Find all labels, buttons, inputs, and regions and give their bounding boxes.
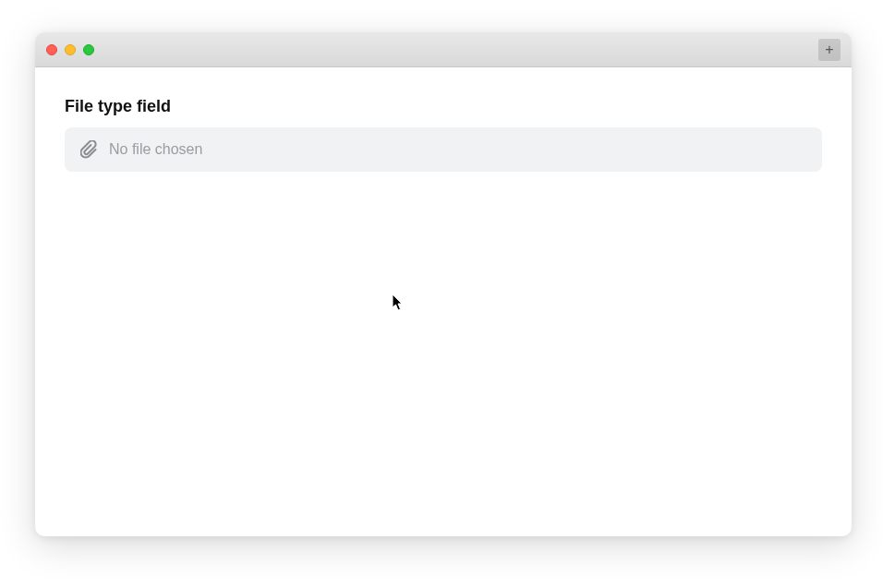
field-heading: File type field xyxy=(65,97,822,116)
window-titlebar: + xyxy=(35,32,852,67)
window-content: File type field No file chosen xyxy=(35,67,852,536)
file-input-field[interactable]: No file chosen xyxy=(65,127,822,172)
maximize-window-button[interactable] xyxy=(83,44,94,55)
close-window-button[interactable] xyxy=(46,44,57,55)
new-tab-button[interactable]: + xyxy=(818,39,841,61)
traffic-lights xyxy=(46,44,94,55)
plus-icon: + xyxy=(825,42,833,57)
app-window: + File type field No file chosen xyxy=(35,32,852,536)
file-input-placeholder: No file chosen xyxy=(109,141,202,158)
minimize-window-button[interactable] xyxy=(65,44,76,55)
paperclip-icon xyxy=(79,140,98,159)
